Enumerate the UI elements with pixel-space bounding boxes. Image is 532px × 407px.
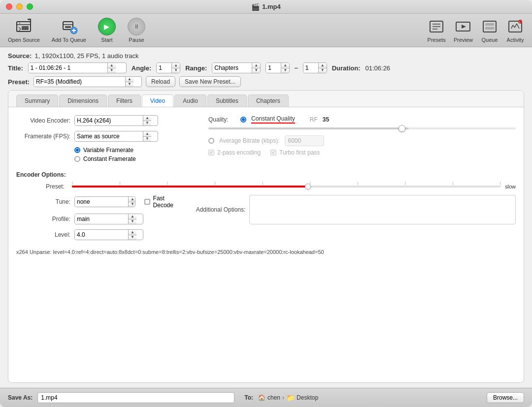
quality-slider-thumb[interactable] xyxy=(399,125,405,132)
title-input[interactable] xyxy=(29,63,107,73)
activity-button[interactable]: i Activity xyxy=(506,18,524,43)
tab-filters[interactable]: Filters xyxy=(108,94,141,107)
range-to-input[interactable] xyxy=(303,63,318,73)
two-pass-row[interactable]: 2-pass encoding xyxy=(208,149,261,156)
range-from-up[interactable]: ▲ xyxy=(281,63,289,68)
constant-quality-radio[interactable] xyxy=(240,117,246,123)
preset-select[interactable]: ▲ ▼ xyxy=(33,76,142,87)
preset-up[interactable]: ▲ xyxy=(126,77,133,82)
constant-framerate-option[interactable]: Constant Framerate xyxy=(74,156,189,162)
encoder-preset-slider[interactable]: | | | | | | | | | | xyxy=(72,186,501,188)
queue-button[interactable]: Queue xyxy=(481,18,499,43)
framerate-select[interactable]: ▲ ▼ xyxy=(74,131,158,142)
avg-bitrate-input[interactable] xyxy=(285,135,324,146)
preset-input[interactable] xyxy=(34,77,125,87)
quality-slider-track[interactable] xyxy=(208,127,516,129)
queue-icon xyxy=(481,18,499,35)
angle-select[interactable]: ▲ ▼ xyxy=(156,63,180,73)
title-select[interactable]: ▲ ▼ xyxy=(28,63,127,73)
angle-input[interactable] xyxy=(157,63,171,73)
framerate-spinner[interactable]: ▲ ▼ xyxy=(143,131,151,141)
pause-button[interactable]: ⏸ Pause xyxy=(128,18,145,43)
framerate-down[interactable]: ▼ xyxy=(143,137,151,142)
video-encoder-select[interactable]: ▲ ▼ xyxy=(74,115,158,126)
angle-spinner[interactable]: ▲ ▼ xyxy=(171,63,180,73)
save-as-input[interactable] xyxy=(37,392,234,403)
profile-spinner[interactable]: ▲ ▼ xyxy=(128,214,136,224)
additional-options-textarea[interactable] xyxy=(249,195,516,224)
video-encoder-input[interactable] xyxy=(75,116,143,125)
range-to-down[interactable]: ▼ xyxy=(319,68,327,73)
level-spinner[interactable]: ▲ ▼ xyxy=(128,230,136,240)
range-from-select[interactable]: ▲ ▼ xyxy=(266,63,290,73)
range-type-up[interactable]: ▲ xyxy=(252,63,260,68)
range-to-select[interactable]: ▲ ▼ xyxy=(303,63,327,73)
reload-button[interactable]: Reload xyxy=(146,76,175,87)
range-to-up[interactable]: ▲ xyxy=(319,63,327,68)
tab-audio[interactable]: Audio xyxy=(174,94,206,107)
tab-subtitles[interactable]: Subtitles xyxy=(207,94,247,107)
save-preset-button[interactable]: Save New Preset... xyxy=(179,76,241,87)
constant-framerate-radio[interactable] xyxy=(74,156,80,162)
range-from-spinner[interactable]: ▲ ▼ xyxy=(281,63,289,73)
title-up[interactable]: ▲ xyxy=(108,63,116,68)
angle-up[interactable]: ▲ xyxy=(172,63,180,68)
tune-select[interactable]: ▲ ▼ xyxy=(74,196,135,207)
range-type-input[interactable] xyxy=(212,63,252,73)
tune-up[interactable]: ▲ xyxy=(129,197,135,202)
tune-input[interactable] xyxy=(75,197,128,207)
profile-input[interactable] xyxy=(75,214,128,224)
quality-slider-container[interactable] xyxy=(208,127,516,129)
avg-bitrate-radio[interactable] xyxy=(208,138,214,144)
range-type-select[interactable]: ▲ ▼ xyxy=(212,63,261,73)
tune-spinner[interactable]: ▲ ▼ xyxy=(128,197,135,207)
level-select[interactable]: ▲ ▼ xyxy=(74,229,143,240)
video-encoder-down[interactable]: ▼ xyxy=(143,121,151,126)
tab-chapters[interactable]: Chapters xyxy=(248,94,289,107)
profile-up[interactable]: ▲ xyxy=(129,214,136,219)
range-type-down[interactable]: ▼ xyxy=(252,68,260,73)
variable-framerate-radio[interactable] xyxy=(74,147,80,153)
video-encoder-up[interactable]: ▲ xyxy=(143,116,151,121)
range-from-input[interactable] xyxy=(266,63,281,73)
framerate-up[interactable]: ▲ xyxy=(143,131,151,137)
fast-decode-option[interactable]: Fast Decode xyxy=(144,195,182,209)
two-pass-checkbox[interactable] xyxy=(208,150,214,156)
pause-icon[interactable]: ⏸ xyxy=(128,18,145,35)
video-encoder-spinner[interactable]: ▲ ▼ xyxy=(143,116,151,125)
window-controls[interactable] xyxy=(6,3,33,10)
level-down[interactable]: ▼ xyxy=(129,235,136,240)
start-button[interactable]: ▶ Start xyxy=(98,18,116,43)
level-up[interactable]: ▲ xyxy=(129,230,136,235)
variable-framerate-option[interactable]: Variable Framerate xyxy=(74,147,189,154)
profile-select[interactable]: ▲ ▼ xyxy=(74,214,143,224)
preset-spinner[interactable]: ▲ ▼ xyxy=(125,77,133,87)
browse-button[interactable]: Browse... xyxy=(487,392,524,403)
open-source-button[interactable]: Open Source xyxy=(8,18,40,43)
title-spinner[interactable]: ▲ ▼ xyxy=(107,63,116,73)
play-icon[interactable]: ▶ xyxy=(98,18,116,35)
turbo-row[interactable]: Turbo first pass xyxy=(270,149,320,156)
tab-video[interactable]: Video xyxy=(142,94,173,107)
close-button[interactable] xyxy=(6,3,12,10)
tab-dimensions[interactable]: Dimensions xyxy=(59,94,107,107)
level-input[interactable] xyxy=(75,230,128,240)
preset-down[interactable]: ▼ xyxy=(126,82,133,87)
minimize-button[interactable] xyxy=(16,3,23,10)
tune-down[interactable]: ▼ xyxy=(129,202,135,207)
profile-down[interactable]: ▼ xyxy=(129,219,136,224)
range-from-down[interactable]: ▼ xyxy=(281,68,289,73)
add-to-queue-button[interactable]: Add To Queue xyxy=(52,18,86,43)
range-to-spinner[interactable]: ▲ ▼ xyxy=(318,63,327,73)
preview-button[interactable]: Preview xyxy=(454,18,473,43)
tab-summary[interactable]: Summary xyxy=(16,94,58,107)
turbo-checkbox[interactable] xyxy=(270,150,276,156)
framerate-input[interactable] xyxy=(75,131,143,141)
title-down[interactable]: ▼ xyxy=(108,68,116,73)
presets-button[interactable]: Presets xyxy=(428,18,446,43)
maximize-button[interactable] xyxy=(27,3,33,10)
range-type-spinner[interactable]: ▲ ▼ xyxy=(252,63,260,73)
angle-down[interactable]: ▼ xyxy=(172,68,180,73)
encoder-preset-thumb[interactable] xyxy=(305,184,311,189)
fast-decode-checkbox[interactable] xyxy=(144,199,150,205)
